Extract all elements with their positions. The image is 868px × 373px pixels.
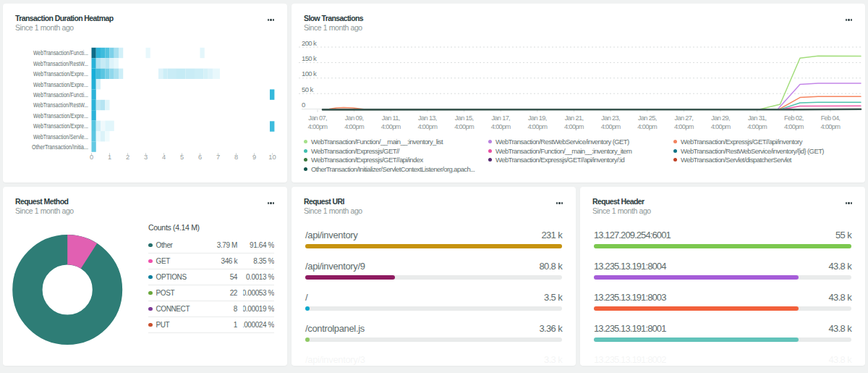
svg-text:4:00pm: 4:00pm: [747, 123, 767, 130]
svg-text:OtherTransaction/Initia...: OtherTransaction/Initia...: [32, 143, 88, 151]
svg-text:Jan 09,: Jan 09,: [345, 114, 364, 122]
svg-text:4:00pm: 4:00pm: [344, 123, 365, 130]
svg-text:WebTransaction/Functi...: WebTransaction/Functi...: [33, 91, 88, 99]
svg-text:150 k: 150 k: [302, 54, 317, 62]
svg-text:2: 2: [126, 154, 129, 161]
svg-text:4:00pm: 4:00pm: [784, 123, 804, 130]
svg-text:4: 4: [162, 154, 166, 161]
svg-text:4:00pm: 4:00pm: [527, 123, 548, 130]
svg-text:Jan 15,: Jan 15,: [455, 114, 474, 122]
svg-text:WebTransaction/Expre...: WebTransaction/Expre...: [33, 81, 88, 88]
svg-text:Jan 23,: Jan 23,: [601, 114, 620, 122]
svg-text:4:00pm: 4:00pm: [564, 123, 584, 130]
svg-text:WebTransaction/RestW...: WebTransaction/RestW...: [33, 60, 88, 67]
svg-text:Jan 13,: Jan 13,: [418, 114, 437, 122]
svg-text:5: 5: [180, 154, 184, 161]
svg-text:10: 10: [268, 154, 276, 161]
svg-text:4:00pm: 4:00pm: [491, 123, 511, 130]
svg-text:3: 3: [144, 154, 148, 161]
svg-text:WebTransaction/Expre...: WebTransaction/Expre...: [33, 112, 88, 120]
svg-text:Jan 17,: Jan 17,: [491, 114, 510, 122]
svg-text:4:00pm: 4:00pm: [637, 123, 658, 130]
svg-text:7: 7: [216, 154, 220, 161]
svg-text:Feb 04,: Feb 04,: [821, 114, 841, 122]
svg-text:Jan 27,: Jan 27,: [675, 114, 694, 122]
svg-text:Feb 02,: Feb 02,: [784, 114, 804, 122]
svg-text:4:00pm: 4:00pm: [601, 123, 621, 130]
svg-text:Jan 21,: Jan 21,: [565, 114, 584, 122]
svg-text:4:00pm: 4:00pm: [418, 123, 438, 130]
svg-text:WebTransaction/Servle...: WebTransaction/Servle...: [33, 133, 88, 141]
svg-text:4:00pm: 4:00pm: [308, 123, 328, 130]
svg-text:8: 8: [234, 154, 238, 161]
svg-text:9: 9: [252, 154, 256, 161]
svg-text:Jan 11,: Jan 11,: [382, 114, 400, 122]
svg-text:0: 0: [302, 101, 305, 109]
svg-text:200 k: 200 k: [302, 39, 317, 47]
svg-text:50 k: 50 k: [302, 85, 313, 93]
svg-text:4:00pm: 4:00pm: [381, 123, 401, 130]
svg-text:Jan 25,: Jan 25,: [638, 114, 657, 122]
svg-text:4:00pm: 4:00pm: [674, 123, 694, 130]
svg-text:4:00pm: 4:00pm: [454, 123, 475, 130]
svg-text:WebTransaction/Expre...: WebTransaction/Expre...: [33, 70, 88, 77]
svg-text:Jan 07,: Jan 07,: [308, 114, 327, 122]
svg-text:WebTransaction/Functi...: WebTransaction/Functi...: [33, 49, 88, 56]
svg-text:Jan 29,: Jan 29,: [711, 114, 730, 122]
svg-text:Jan 31,: Jan 31,: [748, 114, 767, 122]
svg-text:WebTransaction/Expre...: WebTransaction/Expre...: [33, 122, 88, 130]
svg-text:1: 1: [108, 154, 111, 161]
svg-text:WebTransaction/RestW...: WebTransaction/RestW...: [33, 101, 88, 109]
svg-text:6: 6: [198, 154, 202, 161]
svg-text:100 k: 100 k: [302, 70, 317, 77]
svg-text:Jan 19,: Jan 19,: [528, 114, 547, 122]
svg-text:0: 0: [90, 154, 93, 161]
svg-text:4:00pm: 4:00pm: [821, 123, 841, 130]
svg-text:4:00pm: 4:00pm: [711, 123, 731, 130]
